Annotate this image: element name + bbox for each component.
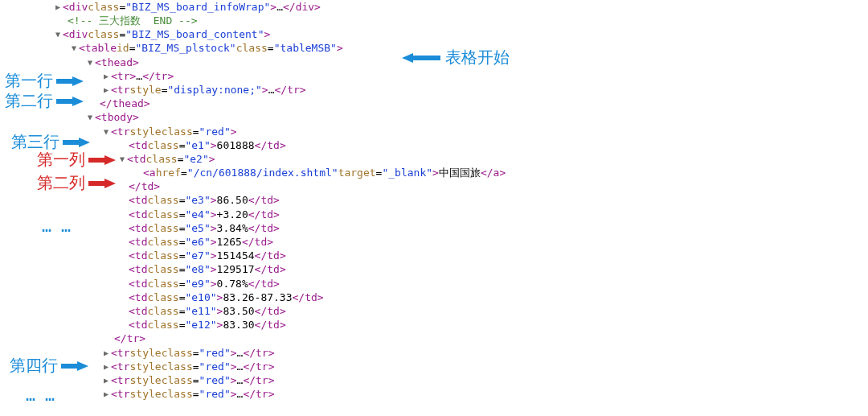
code-line[interactable]: </tr> xyxy=(0,332,506,346)
annotation-row1: 第一行 xyxy=(5,70,84,92)
td-value: 1265 xyxy=(217,235,242,249)
td-value: 83.30 xyxy=(223,318,254,332)
attr-value-text: BIZ_MS_plstock xyxy=(141,42,230,54)
annotation-dots1: … … xyxy=(42,216,71,237)
svg-marker-5 xyxy=(88,179,116,188)
attr-value-text: BIZ_MS_board_content xyxy=(132,28,258,40)
arrow-right-icon xyxy=(63,136,90,149)
td-value: 0.78% xyxy=(217,277,248,291)
attr-value-text: red xyxy=(205,347,223,359)
collapse-arrow-down-icon[interactable]: ▼ xyxy=(117,154,127,165)
code-line[interactable]: <td class="e8">129517</td> xyxy=(0,263,506,277)
td-class: e12 xyxy=(191,319,210,331)
td-class: e10 xyxy=(191,291,210,303)
annotation-text: 第一列 xyxy=(37,149,85,171)
td-value: 129517 xyxy=(217,262,255,277)
collapse-arrow-down-icon[interactable]: ▼ xyxy=(85,57,95,68)
annotation-text: 表格开始 xyxy=(445,47,510,68)
svg-marker-4 xyxy=(88,155,116,165)
code-line[interactable]: <td class="e11">83.50</td> xyxy=(0,304,506,318)
code-line[interactable]: <td class="e10">83.26-87.33</td> xyxy=(0,290,506,304)
tag-tbody: tbody xyxy=(101,110,133,125)
annotation-row2: 第二行 xyxy=(5,90,84,112)
annotation-text: … … xyxy=(42,216,71,237)
target-value: _blank xyxy=(388,167,426,179)
code-line[interactable]: <td class="e5">3.84%</td> xyxy=(0,221,506,235)
td-value: 3.84% xyxy=(217,221,248,236)
arrow-left-icon xyxy=(402,51,440,64)
code-line[interactable]: ▼<div class="BIZ_MS_board_content"> xyxy=(0,27,506,41)
arrow-right-icon xyxy=(88,177,116,190)
td-class: e7 xyxy=(191,249,204,262)
td-class: e5 xyxy=(191,222,204,234)
td-class: e4 xyxy=(191,208,204,220)
annotation-text: 第二行 xyxy=(5,90,53,112)
td-class: e8 xyxy=(191,263,204,275)
annotation-text: … … xyxy=(26,385,55,406)
attr-class: class xyxy=(162,125,193,139)
annotation-col2: 第二列 xyxy=(37,172,116,194)
annotation-text: 第二列 xyxy=(37,172,85,194)
code-line[interactable]: ▶<div class="BIZ_MS_board_infoWrap">…</d… xyxy=(0,0,506,14)
code-line[interactable]: <td class="e9">0.78%</td> xyxy=(0,277,506,290)
td-value: 83.50 xyxy=(223,304,254,319)
annotation-dots2: … … xyxy=(26,385,55,406)
td-value: 151454 xyxy=(217,249,255,263)
annotation-text: 第四行 xyxy=(10,355,58,377)
td-class: e2 xyxy=(190,153,203,165)
code-line[interactable]: ▶<tr style class="red">…</tr> xyxy=(0,387,506,401)
td-class: e11 xyxy=(191,305,210,317)
collapse-arrow-right-icon[interactable]: ▶ xyxy=(101,375,111,386)
attr-value-text: red xyxy=(205,360,223,373)
svg-marker-6 xyxy=(61,361,88,371)
collapse-arrow-right-icon[interactable]: ▶ xyxy=(101,348,111,359)
attr-value-text: tableMSB xyxy=(280,42,330,54)
annotation-row4: 第四行 xyxy=(10,355,88,377)
code-line[interactable]: <td class="e7">151454</td> xyxy=(0,249,506,262)
td-class: e9 xyxy=(191,278,204,290)
collapse-arrow-right-icon[interactable]: ▶ xyxy=(101,71,111,82)
code-line[interactable]: <td class="e3">86.50</td> xyxy=(0,194,506,208)
attr-value-text: red xyxy=(205,388,223,400)
svg-marker-0 xyxy=(402,53,440,63)
code-line[interactable]: <td class="e12">83.30</td> xyxy=(0,318,506,332)
href-value: /cn/601888/index.shtml xyxy=(194,167,332,179)
annotation-text: 第一行 xyxy=(5,70,53,92)
td-class: e1 xyxy=(191,139,204,151)
attr-value-text: red xyxy=(205,126,223,138)
tag-tr: tr xyxy=(117,69,130,84)
td-value: +3.20 xyxy=(217,208,248,222)
collapse-arrow-right-icon[interactable]: ▶ xyxy=(101,84,111,96)
collapse-arrow-down-icon[interactable]: ▼ xyxy=(101,126,111,138)
comment-text: 三大指数 END xyxy=(92,14,178,27)
annotation-table-start: 表格开始 xyxy=(402,47,510,68)
td-value: 83.26-87.33 xyxy=(223,290,292,305)
attr-value-text: BIZ_MS_board_infoWrap xyxy=(132,1,264,13)
code-line[interactable]: <td class="e6">1265</td> xyxy=(0,235,506,249)
td-class: e3 xyxy=(191,194,204,206)
arrow-right-icon xyxy=(56,95,84,108)
td-class: e6 xyxy=(191,236,204,248)
arrow-right-icon xyxy=(61,360,88,373)
collapse-arrow-down-icon[interactable]: ▼ xyxy=(53,29,63,40)
collapse-arrow-right-icon[interactable]: ▶ xyxy=(101,361,111,373)
svg-marker-1 xyxy=(56,76,84,86)
td-value: 601888 xyxy=(217,138,255,153)
arrow-right-icon xyxy=(88,154,116,167)
code-line[interactable]: <!-- 三大指数 END --> xyxy=(0,14,506,27)
link-text: 中国国旅 xyxy=(439,166,481,180)
svg-marker-2 xyxy=(56,97,84,106)
tag-thead: thead xyxy=(101,56,133,70)
code-line[interactable]: <td class="e4">+3.20</td> xyxy=(0,208,506,221)
code-line[interactable]: ▼<tbody> xyxy=(0,111,506,125)
collapse-arrow-right-icon[interactable]: ▶ xyxy=(101,389,111,400)
attr-value-text: red xyxy=(205,374,223,386)
annotation-col1: 第一列 xyxy=(37,149,116,171)
collapse-arrow-down-icon[interactable]: ▼ xyxy=(69,43,79,54)
collapse-arrow-right-icon[interactable]: ▶ xyxy=(53,2,63,13)
td-value: 86.50 xyxy=(217,193,248,208)
svg-marker-3 xyxy=(63,138,90,147)
collapse-arrow-down-icon[interactable]: ▼ xyxy=(85,112,95,123)
arrow-right-icon xyxy=(56,75,84,88)
attr-value-text: display:none; xyxy=(174,84,256,96)
